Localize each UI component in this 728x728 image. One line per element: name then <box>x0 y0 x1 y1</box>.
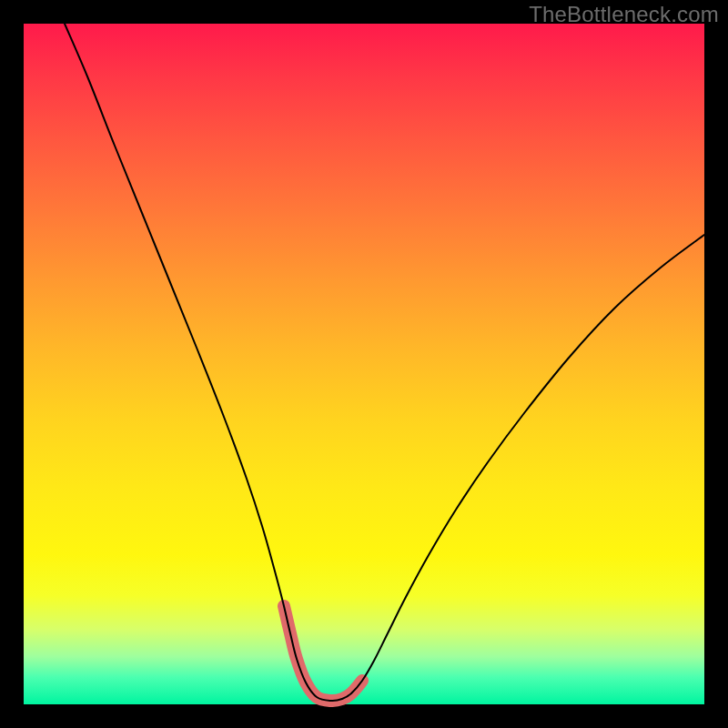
curve-svg <box>24 24 704 704</box>
plot-area <box>24 24 704 704</box>
main-curve <box>65 24 704 701</box>
outer-frame: TheBottleneck.com <box>0 0 728 728</box>
watermark-text: TheBottleneck.com <box>529 2 719 27</box>
